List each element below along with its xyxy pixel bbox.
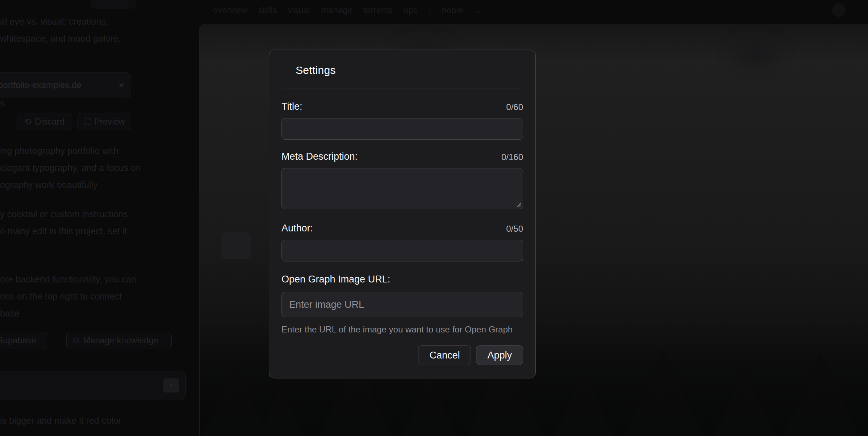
author-field[interactable] <box>281 240 523 261</box>
manage-knowledge-button[interactable]: ⧉ Manage knowledge <box>66 332 172 349</box>
knowledge-icon: ⧉ <box>73 335 79 345</box>
app-window: overview skills visual manage torrents o… <box>0 0 868 436</box>
topbar-nav: overview skills visual manage torrents o… <box>213 0 481 20</box>
discard-button[interactable]: ⟲ Discard <box>17 113 72 130</box>
divider <box>281 88 523 88</box>
send-button[interactable]: ↑ <box>163 378 179 393</box>
topbar-item[interactable]: manage <box>321 5 352 15</box>
send-icon: ↑ <box>169 381 173 390</box>
meta-description-char-counter: 0/160 <box>501 152 523 162</box>
sidebar-tab-stub <box>91 0 136 9</box>
chat-message-line: ons on the top right to connect <box>0 288 122 305</box>
apply-button[interactable]: Apply <box>476 345 523 365</box>
preview-widget-button[interactable] <box>221 232 251 259</box>
chat-sidebar: al eye vs. visual; creations, whitespace… <box>0 0 191 436</box>
cancel-button[interactable]: Cancel <box>418 345 471 365</box>
avatar[interactable] <box>832 3 846 17</box>
discard-label: Discard <box>35 117 64 127</box>
topbar-item[interactable]: torrents <box>363 5 393 15</box>
meta-description-field[interactable] <box>281 168 523 209</box>
preview-label: Preview <box>94 117 125 127</box>
attachment-name: portfolio-examples.de <box>0 80 81 90</box>
dialog-actions: Cancel Apply <box>281 345 523 365</box>
manage-knowledge-label: Manage knowledge <box>83 335 158 345</box>
chevron-down-icon[interactable]: ⌄ <box>474 5 481 15</box>
supabase-chip[interactable]: t Supabase <box>0 332 47 349</box>
title-field[interactable] <box>281 118 523 140</box>
chat-message-line: al eye vs. visual; creations, <box>0 13 108 30</box>
chat-input[interactable]: ↑ <box>0 372 186 400</box>
og-image-url-field[interactable] <box>281 292 523 317</box>
chat-message-line: ography work beautifully <box>0 176 98 193</box>
topbar-item[interactable]: overview <box>213 5 247 15</box>
author-char-counter: 0/50 <box>506 224 523 234</box>
settings-dialog: Settings Title: 0/60 Meta Description: 0… <box>269 50 536 378</box>
meta-description-label: Meta Description: <box>281 151 358 162</box>
topbar-item[interactable]: ops <box>404 5 418 15</box>
undo-icon: ⟲ <box>24 117 31 127</box>
og-helper-text: Enter the URL of the image you want to u… <box>281 324 523 335</box>
preview-icon: ⛶ <box>84 117 91 127</box>
chat-message-line: whitespace, and mood galore. <box>0 30 121 47</box>
title-label: Title: <box>281 101 302 112</box>
close-icon[interactable]: × <box>119 80 124 91</box>
chat-message-line: y cocktail or custom instructions <box>0 206 128 223</box>
og-image-url-label: Open Graph Image URL: <box>281 274 523 285</box>
preview-button[interactable]: ⛶ Preview <box>78 113 131 130</box>
chat-message-line: base <box>0 305 20 322</box>
chat-message-line: o many edit in this project, set it <box>0 223 127 240</box>
dialog-title: Settings <box>296 64 523 76</box>
project-name[interactable]: hobie <box>442 5 463 15</box>
chat-message-line: is bigger and make it red color <box>0 412 121 429</box>
title-char-counter: 0/60 <box>506 102 523 112</box>
supabase-label: t Supabase <box>0 335 36 345</box>
chat-message-line: ing photography portfolio with <box>0 142 118 159</box>
chat-message-line: ore backend functionality, you can <box>0 271 136 288</box>
chat-message-line: elegant typography, and a focus on <box>0 159 141 176</box>
topbar-item[interactable]: skills <box>258 5 277 15</box>
author-label: Author: <box>281 223 313 234</box>
attachment-chip[interactable]: portfolio-examples.de × <box>0 72 131 98</box>
chat-message-line: s <box>0 95 5 112</box>
topbar-item[interactable]: visual <box>288 5 310 15</box>
breadcrumb-separator: / <box>429 5 431 15</box>
branch-silhouette <box>721 30 790 77</box>
